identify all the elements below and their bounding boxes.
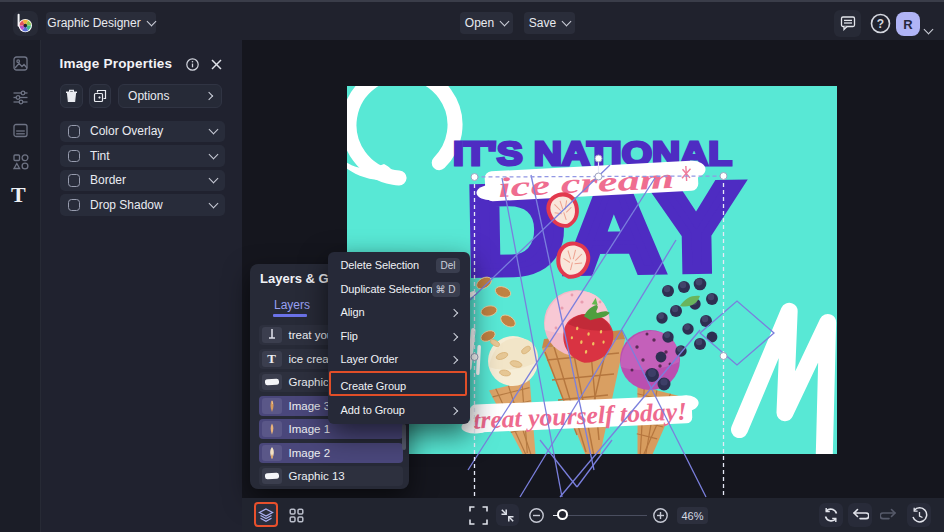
- svg-text:?: ?: [877, 17, 884, 31]
